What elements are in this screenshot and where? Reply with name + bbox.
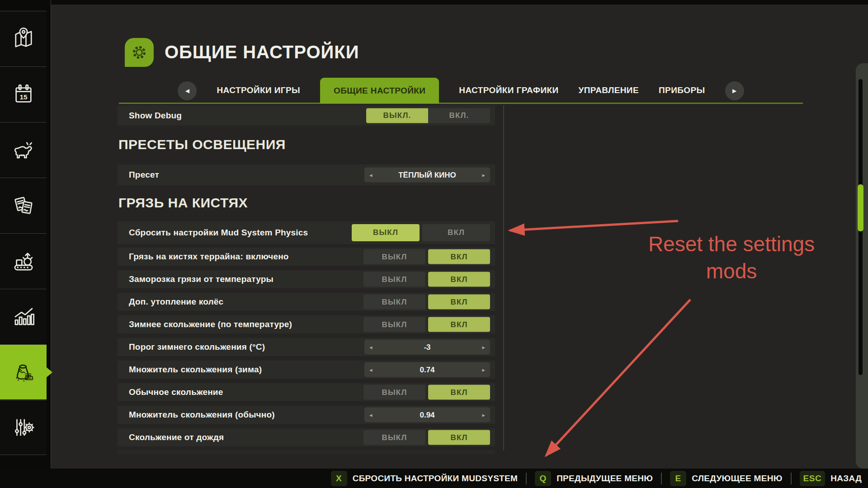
tab-hud[interactable]: ПРИБОРЫ <box>659 85 705 103</box>
key-q-badge: Q <box>535 471 551 486</box>
cow-icon <box>10 137 37 163</box>
chevron-left-icon: ◀ <box>185 88 189 94</box>
shortcut-label: СЛЕДУЮЩЕЕ МЕНЮ <box>692 474 782 483</box>
seed-bag-icon: 12345 L <box>10 359 37 385</box>
annotation-arrow-to-toggle <box>510 221 678 230</box>
setting-label: Обычное скольжение <box>129 387 223 397</box>
setting-row-show-debug[interactable]: Show Debug ВЫКЛ. ВКЛ. <box>118 105 495 126</box>
sliders-gear-icon <box>10 414 37 441</box>
tabs-prev-button[interactable]: ◀ <box>178 81 197 100</box>
toggle-off-button[interactable]: ВЫКЛ <box>363 430 425 445</box>
toggle-on-button[interactable]: ВКЛ <box>428 385 490 400</box>
selector-prev-icon[interactable]: ◂ <box>369 172 373 178</box>
sidebar-item-production[interactable] <box>0 233 47 288</box>
sidebar-item-contracts[interactable] <box>0 178 47 233</box>
map-icon <box>10 26 37 52</box>
setting-row-winter-slip[interactable]: Зимнее скольжение (по температуре) ВЫКЛ … <box>118 315 495 333</box>
setting-label: Show Debug <box>129 111 182 121</box>
annotation-line-2: mods <box>573 258 868 285</box>
documents-icon <box>10 192 37 219</box>
shortcut-label: ПРЕДЫДУЩЕЕ МЕНЮ <box>557 474 653 483</box>
toggle-on-button[interactable]: ВКЛ <box>428 249 490 264</box>
sidebar-item-animals[interactable] <box>0 122 47 177</box>
setting-row-winter-slip-threshold[interactable]: Порог зимнего скольжения (°C) ◂ -3 ▸ <box>118 338 495 356</box>
preset-selector: ◂ ТЁПЛЫЙ КИНО ▸ <box>364 168 490 183</box>
footer-divider <box>526 473 527 484</box>
toggle-group: ВЫКЛ ВКЛ <box>363 295 490 310</box>
selector-value: 0.94 <box>364 410 490 419</box>
calendar-day-label: 15 <box>19 93 28 100</box>
selector-next-icon[interactable]: ▸ <box>482 172 485 178</box>
setting-row-rain-slip[interactable]: Скольжение от дождя ВЫКЛ ВКЛ <box>118 428 495 446</box>
toggle-off-button[interactable]: ВЫКЛ. <box>366 108 428 123</box>
selector-next-icon[interactable]: ▸ <box>482 412 485 418</box>
setting-label: Множитель скольжения (зима) <box>129 365 262 375</box>
sidebar-item-settings[interactable] <box>0 400 47 455</box>
shortcut-label: НАЗАД <box>830 474 862 483</box>
footer-divider <box>791 473 792 484</box>
setting-label: Скольжение от дождя <box>129 432 224 442</box>
setting-label: Зимнее скольжение (по температуре) <box>129 319 292 329</box>
toggle-group: ВЫКЛ ВКЛ <box>363 272 490 287</box>
toggle-off-button[interactable]: ВЫКЛ <box>363 385 425 400</box>
toggle-on-button[interactable]: ВКЛ <box>428 317 490 332</box>
setting-row-slip-multiplier-winter[interactable]: Множитель скольжения (зима) ◂ 0.74 ▸ <box>118 361 495 379</box>
toggle-off-button[interactable]: ВЫКЛ <box>352 224 420 241</box>
chevron-right-icon: ▶ <box>732 88 736 94</box>
tab-controls[interactable]: УПРАВЛЕНИЕ <box>579 85 639 103</box>
setting-row-slip-multiplier-normal[interactable]: Множитель скольжения (обычно) ◂ 0.94 ▸ <box>118 406 495 424</box>
content-divider <box>503 105 504 450</box>
toggle-on-button[interactable]: ВКЛ <box>428 295 490 310</box>
selector-value: 0.74 <box>364 365 490 374</box>
value-selector: ◂ 0.74 ▸ <box>364 362 490 377</box>
setting-row-preset[interactable]: Пресет ◂ ТЁПЛЫЙ КИНО ▸ <box>118 164 495 185</box>
shortcut-back[interactable]: ESC НАЗАД <box>800 471 862 486</box>
selector-next-icon[interactable]: ▸ <box>482 344 485 351</box>
setting-row-wheel-sink[interactable]: Доп. утопление колёс ВЫКЛ ВКЛ <box>118 293 495 311</box>
sidebar: 15 <box>0 0 51 488</box>
scrollbar-thumb[interactable] <box>858 184 863 231</box>
toggle-on-button[interactable]: ВКЛ <box>428 272 490 287</box>
setting-label: Доп. утопление колёс <box>129 297 223 307</box>
sidebar-item-calendar[interactable]: 15 <box>0 66 47 122</box>
toggle-on-button[interactable]: ВКЛ <box>422 224 490 241</box>
sidebar-item-map[interactable] <box>0 11 47 66</box>
annotation-text: Reset the settings mods <box>573 230 868 285</box>
shortcut-reset-mudsystem[interactable]: X СБРОСИТЬ НАСТРОЙКИ MUDSYSTEM <box>331 471 518 486</box>
clipped-next-row <box>118 450 495 454</box>
selector-prev-icon[interactable]: ◂ <box>369 412 373 418</box>
tab-general-settings[interactable]: ОБЩИЕ НАСТРОЙКИ <box>320 78 439 103</box>
section-header-mud-system: ГРЯЗЬ НА КИСТЯХ <box>118 195 248 211</box>
setting-row-mud-freeze[interactable]: Заморозка грязи от температуры ВЫКЛ ВКЛ <box>118 270 495 288</box>
setting-label: Заморозка грязи от температуры <box>129 274 274 284</box>
tab-graphics-settings[interactable]: НАСТРОЙКИ ГРАФИКИ <box>459 85 558 103</box>
setting-label: Порог зимнего скольжения (°C) <box>129 342 265 352</box>
toggle-group: ВЫКЛ. ВКЛ. <box>366 108 490 123</box>
selector-prev-icon[interactable]: ◂ <box>369 366 373 373</box>
setting-row-normal-slip[interactable]: Обычное скольжение ВЫКЛ ВКЛ <box>118 383 495 401</box>
tabs-next-button[interactable]: ▶ <box>725 81 744 100</box>
selector-value: ТЁПЛЫЙ КИНО <box>364 170 490 179</box>
toggle-off-button[interactable]: ВЫКЛ <box>363 272 425 287</box>
selector-prev-icon[interactable]: ◂ <box>369 344 373 351</box>
sidebar-item-prices-active[interactable]: 12345 L <box>0 344 47 399</box>
annotation-line-1: Reset the settings <box>573 230 868 258</box>
toggle-on-button[interactable]: ВКЛ <box>428 430 490 445</box>
setting-label: Множитель скольжения (обычно) <box>129 410 275 420</box>
shortcut-next-menu[interactable]: E СЛЕДУЮЩЕЕ МЕНЮ <box>670 471 782 486</box>
sidebar-item-statistics[interactable] <box>0 289 47 344</box>
selector-next-icon[interactable]: ▸ <box>482 366 485 373</box>
toggle-off-button[interactable]: ВЫКЛ <box>363 249 425 264</box>
toggle-on-button[interactable]: ВКЛ. <box>428 108 490 123</box>
screen-top-edge <box>0 0 868 5</box>
toggle-group: ВЫКЛ ВКЛ <box>363 430 490 445</box>
toggle-off-button[interactable]: ВЫКЛ <box>363 295 425 310</box>
tab-game-settings[interactable]: НАСТРОЙКИ ИГРЫ <box>217 85 300 103</box>
setting-row-terrain-mud[interactable]: Грязь на кистях террайна: включено ВЫКЛ … <box>118 248 495 266</box>
setting-row-reset-mud-physics[interactable]: Сбросить настройки Mud System Physics ВЫ… <box>118 221 495 244</box>
value-selector: ◂ 0.94 ▸ <box>364 408 490 422</box>
toggle-off-button[interactable]: ВЫКЛ <box>363 317 425 332</box>
key-e-badge: E <box>670 471 686 486</box>
setting-label: Сбросить настройки Mud System Physics <box>129 228 308 238</box>
shortcut-previous-menu[interactable]: Q ПРЕДЫДУЩЕЕ МЕНЮ <box>535 471 653 486</box>
